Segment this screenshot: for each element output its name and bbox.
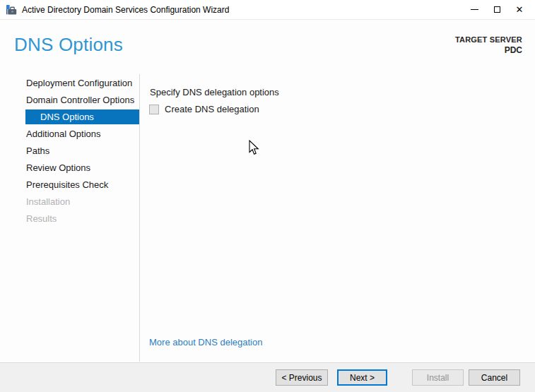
sidebar-item-deployment-configuration[interactable]: Deployment Configuration xyxy=(0,75,139,92)
section-label: Specify DNS delegation options xyxy=(150,87,279,97)
sidebar-item-dns-options[interactable]: DNS Options xyxy=(25,109,139,124)
window-title: Active Directory Domain Services Configu… xyxy=(22,5,229,15)
target-server-block: TARGET SERVER PDC xyxy=(455,35,522,55)
sidebar-content-divider xyxy=(139,74,140,362)
close-button[interactable]: ✕ xyxy=(508,0,531,19)
mouse-cursor-icon xyxy=(249,140,259,155)
install-button[interactable]: Install xyxy=(412,369,464,386)
more-about-dns-delegation-link[interactable]: More about DNS delegation xyxy=(149,337,262,348)
maximize-button[interactable] xyxy=(486,0,508,19)
close-icon: ✕ xyxy=(516,5,524,14)
create-dns-delegation-checkbox[interactable]: Create DNS delegation xyxy=(149,104,259,114)
target-server-name: PDC xyxy=(455,45,522,55)
checkbox-box[interactable] xyxy=(149,105,159,114)
sidebar-item-prerequisites-check[interactable]: Prerequisites Check xyxy=(0,177,139,194)
footer-bar: < Previous Next > Install Cancel xyxy=(0,362,535,392)
sidebar-item-domain-controller-options[interactable]: Domain Controller Options xyxy=(0,92,139,109)
page-title: DNS Options xyxy=(14,34,123,56)
minimize-icon xyxy=(471,9,478,10)
next-button[interactable]: Next > xyxy=(337,369,387,386)
checkbox-label: Create DNS delegation xyxy=(165,104,259,114)
sidebar-item-installation: Installation xyxy=(0,194,139,210)
wizard-window: Active Directory Domain Services Configu… xyxy=(0,0,535,392)
sidebar-item-review-options[interactable]: Review Options xyxy=(0,160,139,177)
app-icon xyxy=(6,4,17,16)
wizard-steps-sidebar: Deployment Configuration Domain Controll… xyxy=(0,75,139,227)
target-server-label: TARGET SERVER xyxy=(455,35,522,44)
previous-button[interactable]: < Previous xyxy=(276,369,328,386)
minimize-button[interactable] xyxy=(463,0,486,19)
window-controls: ✕ xyxy=(463,0,535,19)
titlebar: Active Directory Domain Services Configu… xyxy=(0,0,535,20)
sidebar-item-additional-options[interactable]: Additional Options xyxy=(0,126,139,143)
sidebar-item-results: Results xyxy=(0,210,139,227)
maximize-icon xyxy=(494,6,500,13)
cancel-button[interactable]: Cancel xyxy=(469,369,520,386)
sidebar-item-paths[interactable]: Paths xyxy=(0,143,139,160)
